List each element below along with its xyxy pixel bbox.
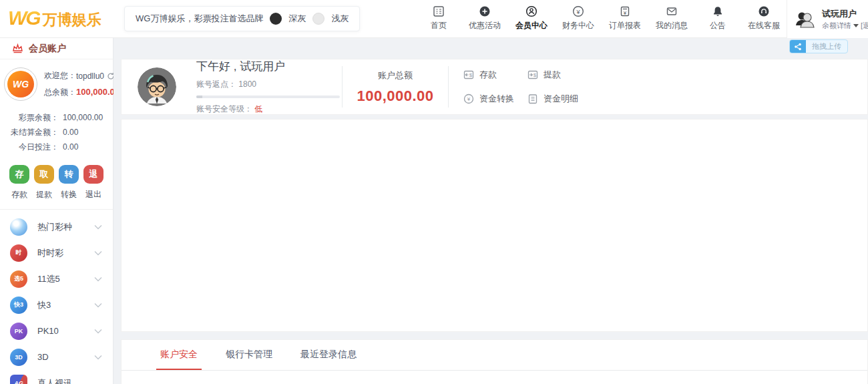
profile-info: 下午好 , 试玩用户 账号返点： 1800 账号安全等级： 低 [196,59,342,115]
brand-logo[interactable]: WG 万博娱乐 [8,7,101,30]
tab[interactable]: 账户安全 [156,340,202,370]
action-label: 存款 [11,189,27,200]
dropdown-arrow-icon[interactable] [853,24,859,27]
sidebar-menu-item[interactable]: AG 真人视讯 [0,370,113,384]
menu-item-label: PK10 [37,326,84,336]
account-total-value: 100,000.00 [343,87,448,105]
action-chip-icon: 存 [9,165,29,184]
stat-label: 今日投注： [0,140,59,154]
action-chip-icon: 转 [59,165,79,184]
drag-upload-label: 拖拽上传 [806,41,847,51]
side-action-button[interactable]: 取 提款 [34,165,54,200]
fund-details-action[interactable]: 资金明细 [527,93,601,105]
greeting-text: 下午好 , 试玩用户 [196,59,342,74]
main-content: 拖拽上传 下午好 , 试玩用户 账号返点： 1800 [114,38,868,384]
account-total-label: 账户总额 [343,69,448,81]
promotions-icon [479,5,491,17]
menu-item-icon: 3D [10,349,27,366]
user-name: 试玩用户 [822,7,868,21]
sidebar-section-header: 会员账户 [0,38,113,59]
light-theme-label: 浅灰 [331,13,349,25]
nav-item-home[interactable]: 首页 [423,5,454,31]
profile-avatar[interactable] [138,67,176,106]
stat-value: 0.00 [63,125,78,140]
security-level-value: 低 [254,104,262,114]
account-summary: WG 欢迎您：topdllu0 总余额：100,000.00 [0,59,113,101]
menu-item-icon: 选5 [10,270,27,288]
light-theme-swatch[interactable] [312,13,324,25]
security-progress-fill [196,95,202,98]
fund-quick-actions: $ 存款 $ 提款 ¥ 资金转换 资金明细 [463,69,601,105]
stat-value: 100,000.00 [63,110,103,125]
chevron-down-icon [94,276,102,282]
menu-item-label: 真人视讯 [37,377,84,384]
svg-text:¥: ¥ [623,10,627,16]
slogan-text: WG万博娱乐，彩票投注首选品牌 [136,13,263,25]
brand-logo-wg: WG [8,7,40,29]
nav-item-messages[interactable]: 我的消息 [656,5,688,31]
dark-theme-swatch[interactable] [270,13,282,25]
rebate-label: 账号返点： [196,79,236,89]
nav-item-notice[interactable]: 公告 [702,5,733,31]
online-service-icon [758,5,770,17]
sidebar: 会员账户 WG 欢迎您：topdllu0 总余额：100,000.00 彩票余额… [0,38,114,384]
nav-item-member-center[interactable]: 会员中心 [515,5,548,31]
transfer-action[interactable]: ¥ 资金转换 [463,93,527,105]
nav-item-order-report[interactable]: ¥ 订单报表 [609,5,641,31]
user-box[interactable]: 试玩用户 余额详情 [退出] [787,0,868,38]
divider [448,66,449,108]
menu-item-label: 11选5 [37,273,84,285]
top-navbar: WG 万博娱乐 WG万博娱乐，彩票投注首选品牌 深灰 浅灰 首页 优惠活动 会员… [0,0,868,38]
withdraw-action[interactable]: $ 提款 [527,69,601,81]
side-action-button[interactable]: 转 转换 [59,165,79,200]
crown-icon [12,43,23,53]
sidebar-menu-item[interactable]: 时 时时彩 [0,240,113,266]
deposit-action[interactable]: $ 存款 [463,69,527,81]
sidebar-menu-item[interactable]: 热门彩种 [0,214,113,240]
nav-item-promotions[interactable]: 优惠活动 [469,5,501,31]
menu-item-label: 快3 [37,299,84,311]
security-tabs-card: 账户安全银行卡管理最近登录信息 [121,339,868,384]
chevron-down-icon [94,303,102,308]
share-upload-icon [790,39,806,53]
member-center-icon [525,5,537,17]
deposit-icon: $ [463,69,474,80]
notice-icon [712,5,724,17]
tab-bar: 账户安全银行卡管理最近登录信息 [122,340,867,371]
tab[interactable]: 银行卡管理 [222,340,276,370]
sidebar-section-title: 会员账户 [29,43,66,55]
stat-row: 未结算金额： 0.00 [0,125,113,140]
svg-text:$: $ [533,72,537,78]
menu-item-label: 3D [37,352,84,362]
svg-text:$: $ [469,72,473,78]
menu-item-label: 时时彩 [37,247,84,259]
stat-value: 0.00 [63,140,78,154]
drag-upload-badge[interactable]: 拖拽上传 [789,39,848,53]
security-level-label: 账号安全等级： [196,104,252,114]
withdraw-icon: $ [527,69,538,80]
stat-label: 彩票余额： [0,110,59,125]
messages-icon [666,5,678,17]
logout-link[interactable]: [退出] [861,20,868,31]
sidebar-menu-item[interactable]: PK PK10 [0,318,113,344]
svg-text:¥: ¥ [467,96,471,102]
sidebar-menu-item[interactable]: 选5 11选5 [0,266,113,292]
side-action-button[interactable]: 退 退出 [83,165,103,200]
sidebar-menu-item[interactable]: 3D 3D [0,344,113,370]
sidebar-menu-item[interactable]: 快3 快3 [0,292,113,318]
balance-detail-link[interactable]: 余额详情 [822,20,851,31]
menu-item-icon: 快3 [10,297,27,314]
nav-item-finance-center[interactable]: ¥ 财务中心 [562,5,594,31]
dark-theme-label: 深灰 [288,13,306,25]
welcome-label: 欢迎您： [44,70,76,81]
security-progress-bar [196,95,340,98]
tab[interactable]: 最近登录信息 [296,340,361,370]
side-action-button[interactable]: 存 存款 [9,165,29,200]
theme-switcher: WG万博娱乐，彩票投注首选品牌 深灰 浅灰 [124,6,360,31]
chevron-down-icon [94,355,102,360]
nav-item-online-service[interactable]: 在线客服 [748,5,780,31]
transfer-icon: ¥ [463,93,474,104]
menu-item-label: 热门彩种 [37,221,84,233]
username: topdllu0 [76,71,104,81]
account-total-block: 账户总额 100,000.00 [343,69,448,105]
